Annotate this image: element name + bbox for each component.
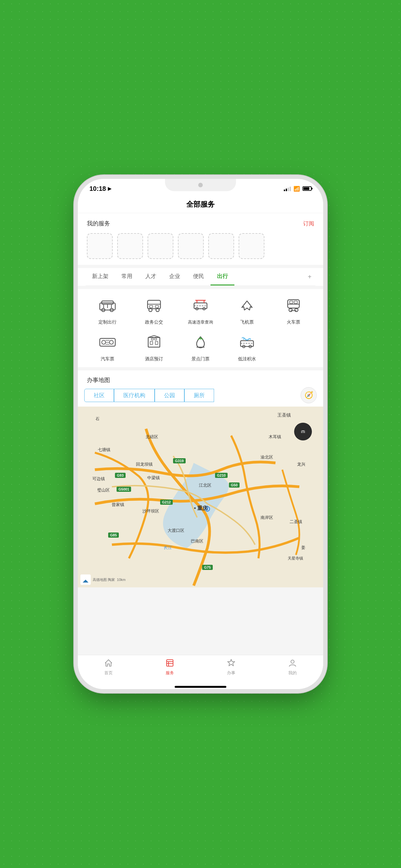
filter-toilet[interactable]: 厕所 — [184, 389, 214, 402]
tab-talent[interactable]: 人才 — [139, 268, 163, 285]
service-highway[interactable]: 高速违章查询 — [177, 294, 224, 325]
flight-label: 飞机票 — [240, 319, 254, 325]
label-ersheng: 二圣镇 — [289, 519, 302, 525]
compass-icon[interactable]: 🧭 — [301, 387, 317, 403]
notch — [165, 179, 236, 191]
iti-text: iTi — [301, 430, 305, 434]
mine-icon — [288, 658, 297, 669]
service-hotel[interactable]: 酒店预订 — [131, 331, 177, 362]
label-beibei: 北碚区 — [146, 434, 158, 440]
svg-rect-12 — [155, 306, 158, 308]
bottom-area: 首页 服务 — [78, 655, 323, 689]
signal-bar-3 — [288, 188, 289, 191]
page-title: 全部服务 — [186, 199, 215, 209]
content-area[interactable]: 我的服务 订阅 新上架 常用 人才 企业 — [78, 213, 323, 655]
svg-rect-11 — [150, 306, 153, 308]
bus-ticket-icon — [96, 331, 119, 353]
label-tianxing: 天星寺镇 — [288, 556, 303, 561]
label-dadukou: 大渡口区 — [167, 528, 184, 533]
svg-rect-40 — [151, 338, 153, 340]
wifi-icon: 📶 — [294, 186, 300, 192]
nav-affairs[interactable]: 办事 — [201, 658, 262, 676]
location-button[interactable] — [81, 575, 91, 585]
nav-header: 全部服务 — [78, 196, 323, 213]
svg-point-31 — [110, 340, 113, 344]
label-kebian: 可边镇 — [92, 476, 105, 482]
label-nanan: 南岸区 — [260, 515, 273, 521]
label-shapingba: 沙坪坝区 — [143, 508, 159, 514]
gov-bus-icon — [143, 294, 165, 316]
tab-enterprise[interactable]: 企业 — [163, 268, 187, 285]
camera-dot — [198, 183, 203, 187]
service-grid-row1: 定制出行 政务公 — [84, 294, 317, 362]
signal-bar-1 — [284, 190, 285, 191]
time-display: 10:18 — [89, 185, 106, 192]
service-flight[interactable]: 飞机票 — [224, 294, 270, 325]
svg-rect-41 — [155, 338, 157, 340]
service-grid-section: 定制出行 政务公 — [78, 289, 323, 367]
nav-services[interactable]: 服务 — [139, 658, 201, 676]
hotel-label: 酒店预订 — [145, 356, 163, 362]
tab-convenience[interactable]: 便民 — [187, 268, 211, 285]
battery-fill — [304, 187, 309, 190]
filter-community[interactable]: 社区 — [84, 389, 114, 402]
placeholder-5 — [208, 233, 234, 259]
service-bus-ticket[interactable]: 汽车票 — [84, 331, 131, 362]
signal-bar-4 — [289, 187, 291, 191]
custom-travel-icon — [96, 294, 119, 316]
tab-plus-button[interactable]: + — [304, 269, 315, 285]
highway-g85: G85 — [108, 532, 119, 538]
svg-rect-39 — [155, 341, 158, 345]
map-container[interactable]: 王圣镇 北碚区 木耳镇 七塘镇 回龙坝镇 渝北区 龙兴 可边镇 中梁镇 江北区 … — [78, 407, 323, 587]
map-filter-bar: 社区 医疗机构 公园 厕所 🧭 — [78, 387, 323, 407]
label-wangshen: 王圣镇 — [277, 412, 291, 418]
svg-point-59 — [291, 660, 294, 663]
hotel-icon — [143, 331, 165, 353]
flight-icon — [236, 294, 258, 316]
status-icons: 📶 — [284, 186, 312, 192]
iti-badge: iTi — [294, 423, 312, 440]
services-label: 服务 — [166, 670, 174, 676]
my-services-label: 我的服务 — [87, 220, 110, 227]
nav-home[interactable]: 首页 — [78, 658, 139, 676]
highway-icon — [189, 294, 212, 316]
service-waterlog[interactable]: 低洼积水 — [224, 331, 270, 362]
map-copyright-text: 高德地图 陶家 — [93, 578, 115, 582]
highway-g210: G210 — [215, 473, 227, 478]
label-chongqing: • 重庆 — [194, 505, 208, 512]
service-train[interactable]: 火车票 — [270, 294, 317, 325]
signal-bar-2 — [286, 189, 287, 191]
phone-screen: 10:18 ▶ 📶 全部服务 — [78, 179, 323, 689]
phone-frame: 10:18 ▶ 📶 全部服务 — [78, 179, 323, 689]
highway-g319: G319 — [173, 458, 186, 463]
label-jiang: 姜 — [301, 545, 305, 551]
tab-travel[interactable]: 出行 — [211, 268, 235, 285]
label-bishan: 璧山区 — [97, 487, 110, 493]
service-placeholders — [87, 233, 314, 259]
service-gov-bus[interactable]: 政务公交 — [131, 294, 177, 325]
location-arrow-icon: ▶ — [108, 186, 112, 191]
affairs-label: 办事 — [227, 670, 235, 676]
home-icon — [104, 658, 113, 669]
mine-label: 我的 — [288, 670, 297, 676]
tab-new[interactable]: 新上架 — [86, 268, 115, 285]
highway-g50: G50 — [229, 483, 240, 488]
subscribe-button[interactable]: 订阅 — [303, 220, 314, 227]
highway-g5001: G5001 — [117, 487, 131, 492]
service-custom-travel[interactable]: 定制出行 — [84, 294, 131, 325]
placeholder-6 — [239, 233, 265, 259]
map-copyright: 高德地图 陶家 10km — [81, 575, 126, 585]
tab-common[interactable]: 常用 — [115, 268, 139, 285]
filter-park[interactable]: 公园 — [155, 389, 184, 402]
nav-mine[interactable]: 我的 — [262, 658, 323, 676]
map-scale-text: 10km — [117, 578, 126, 582]
label-yubei: 渝北区 — [260, 454, 273, 460]
signal-icon — [284, 186, 291, 191]
label-shi: 石 — [96, 416, 99, 422]
service-scenic[interactable]: 景点门票 — [177, 331, 224, 362]
svg-rect-27 — [289, 301, 293, 304]
svg-marker-53 — [83, 580, 89, 583]
map-section-header: 办事地图 — [78, 370, 323, 387]
gov-bus-label: 政务公交 — [145, 319, 163, 325]
filter-medical[interactable]: 医疗机构 — [114, 389, 155, 402]
